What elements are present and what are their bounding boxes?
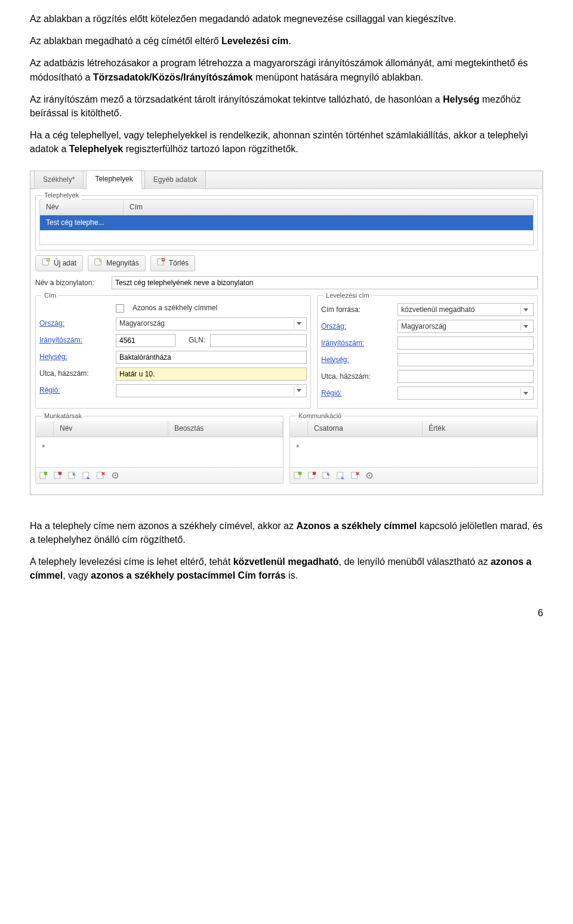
- mini-delete-icon[interactable]: [350, 470, 361, 481]
- add-icon: [42, 258, 50, 269]
- new-button[interactable]: Új adat: [35, 255, 83, 271]
- delete-icon: [157, 258, 165, 269]
- grid-row[interactable]: Test cég telephe...: [40, 215, 533, 230]
- komm-grid-body[interactable]: *: [290, 437, 537, 467]
- mini-remove-icon[interactable]: [53, 470, 63, 481]
- label-cim-helyseg[interactable]: Helység:: [39, 352, 111, 362]
- mini-save-icon[interactable]: [335, 470, 346, 481]
- group-lev-legend: Levelezési cím: [324, 291, 372, 301]
- svg-rect-23: [352, 472, 358, 478]
- tab-szekhely[interactable]: Székhely*: [34, 171, 84, 188]
- paragraph-1: Az ablakban a rögzítés előtt kötelezően …: [30, 12, 543, 26]
- input-cim-gln[interactable]: [210, 334, 307, 347]
- munkatarsak-grid-header: Név Beosztás: [36, 421, 283, 437]
- input-cim-utca[interactable]: [116, 367, 307, 381]
- open-button[interactable]: Megnyitás: [88, 255, 146, 271]
- svg-rect-3: [47, 259, 50, 260]
- mini-settings-icon[interactable]: [110, 470, 121, 481]
- komm-col-value[interactable]: Érték: [423, 421, 537, 436]
- grid-col-cim[interactable]: Cím: [124, 200, 533, 215]
- select-cim-orszag[interactable]: Magyarország: [116, 317, 307, 330]
- paragraph-3: Az adatbázis létrehozásakor a program lé…: [30, 56, 543, 84]
- svg-point-25: [369, 474, 371, 476]
- mini-open-icon[interactable]: [67, 470, 78, 481]
- munkatarsak-grid-body[interactable]: *: [36, 437, 283, 467]
- svg-rect-11: [58, 472, 61, 475]
- group-munkatarsak: Munkatársak Név Beosztás *: [35, 416, 284, 483]
- munkatarsak-new-row[interactable]: *: [39, 440, 279, 455]
- group-kommunikacio-legend: Kommunikáció: [296, 412, 344, 421]
- svg-point-16: [115, 474, 116, 476]
- list-toolbar: Új adat Megnyitás Törlés: [35, 255, 538, 271]
- svg-rect-7: [162, 259, 164, 260]
- munkatarsak-col-role[interactable]: Beosztás: [168, 421, 283, 436]
- paragraph-5: Ha a cég telephellyel, vagy telephelyekk…: [30, 128, 543, 156]
- mini-delete-icon[interactable]: [96, 470, 106, 481]
- app-window: Székhely* Telephelyek Egyéb adatok Telep…: [30, 171, 543, 495]
- svg-rect-9: [44, 472, 47, 475]
- row-lev-utca: Utca, házszám:: [321, 370, 534, 383]
- label-lev-source: Cím forrása:: [321, 305, 393, 315]
- input-cim-irsz[interactable]: [116, 334, 175, 347]
- input-lev-helyseg[interactable]: [398, 353, 534, 366]
- tab-strip: Székhely* Telephelyek Egyéb adatok: [30, 171, 543, 189]
- select-lev-source[interactable]: közvetlenül megadható: [398, 303, 534, 316]
- group-cim: Cím Azonos a székhely címmel Ország: Mag…: [35, 295, 311, 409]
- group-cim-legend: Cím: [42, 291, 58, 301]
- svg-rect-18: [298, 472, 301, 475]
- munkatarsak-col-name[interactable]: Név: [54, 421, 168, 436]
- input-name-on-doc[interactable]: [112, 276, 538, 289]
- row-cim-utca: Utca, házszám:: [39, 367, 307, 381]
- label-cim-utca: Utca, házszám:: [39, 369, 111, 379]
- mini-add-icon[interactable]: [38, 470, 49, 481]
- label-cim-orszag[interactable]: Ország:: [39, 319, 111, 329]
- row-lev-irsz: Irányítószám:: [321, 336, 534, 350]
- label-cim-irsz[interactable]: Irányítószám:: [39, 335, 111, 345]
- group-telephelyek: Telephelyek Név Cím Test cég telephe...: [35, 195, 538, 251]
- label-lev-orszag[interactable]: Ország:: [321, 322, 393, 332]
- open-icon: [94, 258, 103, 269]
- page-number: 6: [30, 606, 543, 620]
- group-kommunikacio: Kommunikáció Csatorna Érték *: [289, 416, 538, 483]
- munkatarsak-toolbar: [36, 467, 283, 483]
- label-lev-helyseg[interactable]: Helység:: [321, 355, 393, 365]
- tab-egyeb[interactable]: Egyéb adatok: [144, 171, 206, 188]
- chevron-down-icon: [520, 322, 530, 331]
- input-cim-helyseg[interactable]: [116, 351, 307, 364]
- delete-button[interactable]: Törlés: [150, 255, 195, 271]
- group-lev: Levelezési cím Cím forrása: közvetlenül …: [317, 295, 538, 409]
- row-name-on-doc: Név a bizonylaton:: [35, 276, 538, 289]
- group-munkatarsak-legend: Munkatársak: [42, 412, 84, 421]
- input-lev-irsz[interactable]: [398, 336, 534, 350]
- tab-telephelyek[interactable]: Telephelyek: [86, 170, 141, 188]
- paragraph-b2: A telephely levelezési címe is lehet elt…: [30, 555, 543, 582]
- row-lev-regio: Régió:: [321, 387, 534, 400]
- select-cim-orszag-value: Magyarország: [119, 319, 165, 329]
- mini-settings-icon[interactable]: [364, 470, 375, 481]
- grid-col-name[interactable]: Név: [40, 200, 124, 215]
- select-lev-orszag[interactable]: Magyarország: [398, 320, 534, 333]
- row-lev-helyseg: Helység:: [321, 353, 534, 366]
- select-lev-source-value: közvetlenül megadható: [401, 305, 475, 315]
- label-cim-regio[interactable]: Régió:: [39, 385, 111, 395]
- paragraph-2: Az ablakban megadható a cég címétől elté…: [30, 34, 543, 48]
- mini-save-icon[interactable]: [81, 470, 92, 481]
- label-lev-regio[interactable]: Régió:: [321, 388, 393, 398]
- select-lev-regio[interactable]: [398, 387, 534, 400]
- input-lev-utca[interactable]: [398, 370, 534, 383]
- select-cim-regio[interactable]: [116, 384, 307, 397]
- row-cim-irsz: Irányítószám: GLN:: [39, 334, 307, 347]
- label-lev-irsz[interactable]: Irányítószám:: [321, 338, 393, 348]
- grid-cell-cim: [124, 215, 533, 230]
- svg-rect-20: [313, 472, 316, 475]
- mini-remove-icon[interactable]: [307, 470, 318, 481]
- grid-cell-name: Test cég telephe...: [40, 215, 124, 230]
- komm-col-channel[interactable]: Csatorna: [308, 421, 423, 436]
- mini-open-icon[interactable]: [321, 470, 332, 481]
- row-cim-helyseg: Helység:: [39, 351, 307, 364]
- komm-new-row[interactable]: *: [294, 440, 534, 455]
- open-label: Megnyitás: [106, 258, 139, 268]
- checkbox-same-address[interactable]: [116, 304, 124, 313]
- group-telephelyek-legend: Telephelyek: [42, 191, 81, 200]
- mini-add-icon[interactable]: [292, 470, 303, 481]
